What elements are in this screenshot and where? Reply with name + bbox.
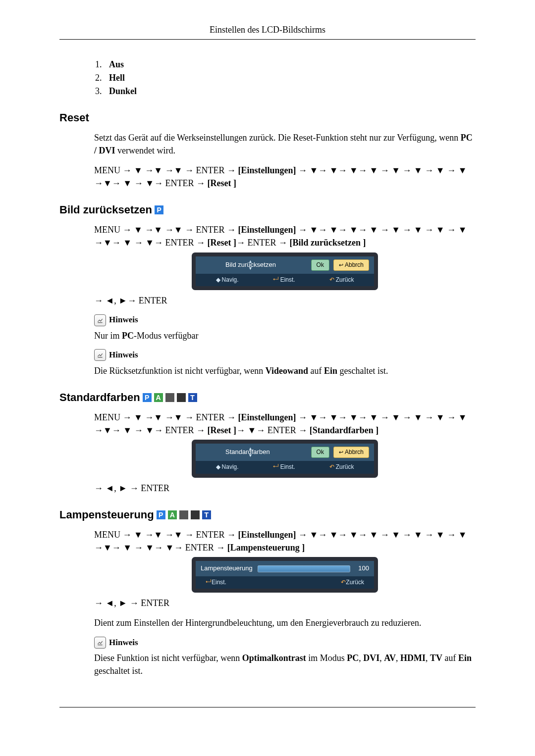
osd-cancel-button[interactable]: Abbrch xyxy=(333,447,369,458)
arrow-down-icon: ▼ xyxy=(248,265,253,272)
osd-enter-hint: Einst. xyxy=(206,578,226,587)
lamp-desc: Dient zum Einstellen der Hintergrundbele… xyxy=(94,616,476,629)
standard-post: → ◄, ► → ENTER xyxy=(94,482,476,495)
osd-nav-hint: Navig. xyxy=(216,463,239,471)
mode-badge-a: A xyxy=(154,393,163,402)
reset-sequence: MENU → ▼ →▼ →▼ → ENTER → [Einstellungen]… xyxy=(94,164,476,190)
mode-badge-p: P xyxy=(157,510,165,519)
arrow-up-icon: ▲ xyxy=(248,258,253,265)
osd-standard: ▲ Standardfarben ▼ Ok Abbrch Navig. Eins… xyxy=(196,444,374,474)
mode-badge-dark xyxy=(177,393,186,402)
lamp-sequence: MENU → ▼ →▼ →▼ → ENTER → [Einstellungen]… xyxy=(94,528,476,554)
lamp-post: → ◄, ► → ENTER xyxy=(94,597,476,609)
bild-post: → ◄, ►→ ENTER xyxy=(94,294,476,307)
osd-enter-hint: Einst. xyxy=(273,463,295,471)
osd-title: ▲ Standardfarben ▼ xyxy=(201,448,307,457)
standard-sequence: MENU → ▼ →▼ →▼ → ENTER → [Einstellungen]… xyxy=(94,411,476,437)
mode-badge-a: A xyxy=(168,510,177,519)
mode-badge-t: T xyxy=(202,510,211,519)
arrow-up-icon: ▲ xyxy=(248,446,253,452)
osd-back-hint: Zurück xyxy=(329,276,354,284)
reset-desc: Setzt das Gerät auf die Werkseinstellung… xyxy=(94,131,476,157)
mode-badge-dark xyxy=(191,510,200,519)
osd-ok-button[interactable]: Ok xyxy=(311,259,329,271)
osd-slider[interactable] xyxy=(258,565,350,572)
bild-sequence: MENU → ▼ →▼ →▼ → ENTER → [Einstellungen]… xyxy=(94,223,476,249)
osd-ok-button[interactable]: Ok xyxy=(311,447,329,458)
osd-enter-hint: Einst. xyxy=(273,276,295,284)
mode-badge-dark xyxy=(179,510,188,519)
note-icon xyxy=(94,314,106,326)
note-label: Hinweis xyxy=(109,314,138,326)
section-heading-lamp: Lampensteuerung P A T xyxy=(59,508,476,521)
mode-badge-dark xyxy=(165,393,174,402)
arrow-down-icon: ▼ xyxy=(248,453,253,459)
option-list: Aus Hell Dunkel xyxy=(104,59,476,97)
footer-rule xyxy=(59,707,476,707)
note-icon xyxy=(94,349,106,361)
osd-back-hint: Zurück xyxy=(329,463,354,471)
mode-badge-t: T xyxy=(188,393,197,402)
note-icon xyxy=(94,637,106,649)
mode-badge-p: P xyxy=(143,393,152,402)
section-heading-standard: Standardfarben P A T xyxy=(59,391,476,404)
osd-nav-hint: Navig. xyxy=(216,276,239,284)
osd-lamp: Lampensteuerung 100 Einst. Zurück xyxy=(196,561,374,589)
osd-back-hint: Zurück xyxy=(341,578,364,587)
mode-badge-p: P xyxy=(155,205,163,214)
osd-title: ▲ Bild zurücksetzen ▼ xyxy=(201,260,307,270)
list-item: Aus xyxy=(104,59,476,70)
bild-note2: Die Rücksetzfunktion ist nicht verfügbar… xyxy=(94,364,476,377)
page-header: Einstellen des LCD-Bildschirms xyxy=(59,25,476,40)
osd-bild: ▲ Bild zurücksetzen ▼ Ok Abbrch Navig. E… xyxy=(196,256,374,287)
lamp-note: Diese Funktion ist nicht verfügbar, wenn… xyxy=(94,652,476,677)
osd-slider-value: 100 xyxy=(355,564,369,573)
section-heading-bild: Bild zurücksetzen P xyxy=(59,203,476,216)
note-label: Hinweis xyxy=(109,637,138,649)
bild-note1: Nur im PC-Modus verfügbar xyxy=(94,329,476,342)
list-item: Dunkel xyxy=(104,86,476,97)
section-heading-reset: Reset xyxy=(59,111,476,124)
note-label: Hinweis xyxy=(109,349,138,361)
list-item: Hell xyxy=(104,73,476,83)
osd-title: Lampensteuerung xyxy=(201,564,253,573)
osd-cancel-button[interactable]: Abbrch xyxy=(333,259,369,271)
